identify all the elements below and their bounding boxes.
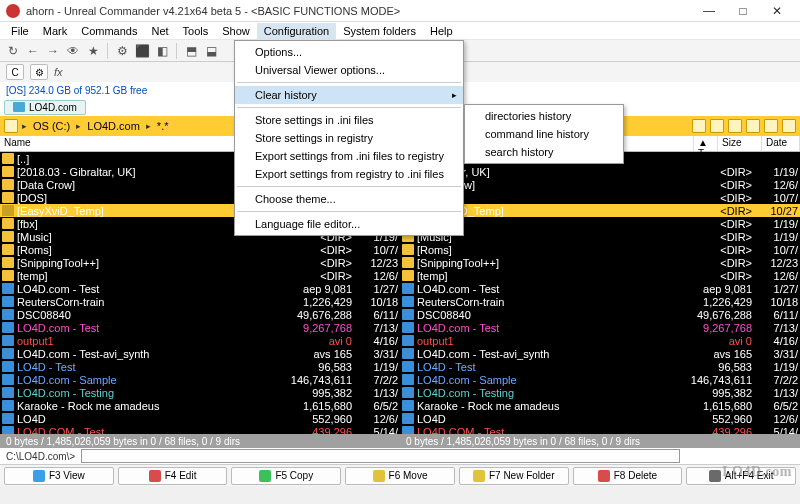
menu-item[interactable]: Choose theme... <box>235 190 463 208</box>
file-row[interactable]: LO4D552,96012/6/ <box>0 412 400 425</box>
file-row[interactable]: [temp]<DIR>12/6/ <box>400 269 800 282</box>
path-tool-icon[interactable] <box>710 119 724 133</box>
wheel-icon[interactable]: ⚙ <box>30 64 48 80</box>
fkey-button[interactable]: F5 Copy <box>231 467 341 485</box>
fkey-label: F3 View <box>49 470 85 481</box>
file-icon <box>2 400 14 411</box>
eye-icon[interactable]: 👁 <box>64 42 82 60</box>
path-tool-icon[interactable] <box>782 119 796 133</box>
minimize-button[interactable]: — <box>692 1 726 21</box>
file-row[interactable]: LO4D - Test96,5831/19/ <box>400 360 800 373</box>
fkey-icon <box>473 470 485 482</box>
menu-item[interactable]: command line history <box>465 125 623 143</box>
tool-icon[interactable]: ⬒ <box>182 42 200 60</box>
menu-system-folders[interactable]: System folders <box>336 23 423 39</box>
star-icon[interactable]: ★ <box>84 42 102 60</box>
path-tool-icon[interactable] <box>764 119 778 133</box>
menu-item[interactable]: Export settings from .ini files to regis… <box>235 147 463 165</box>
tool-icon[interactable]: ⬓ <box>202 42 220 60</box>
menu-configuration[interactable]: Configuration <box>257 23 336 39</box>
file-row[interactable]: LO4D.com - Sample146,743,6117/2/2 <box>400 373 800 386</box>
menu-item[interactable]: Clear history▸ <box>235 86 463 104</box>
fkey-label: F4 Edit <box>165 470 197 481</box>
menu-net[interactable]: Net <box>144 23 175 39</box>
menu-item[interactable]: Universal Viewer options... <box>235 61 463 79</box>
file-date: 7/13/ <box>756 322 800 334</box>
file-row[interactable]: LO4D.com - Test9,267,7687/13/ <box>400 321 800 334</box>
fkey-button[interactable]: F7 New Folder <box>459 467 569 485</box>
menu-item[interactable]: Language file editor... <box>235 215 463 233</box>
watermark: LO4D.com <box>722 464 792 480</box>
tool-icon[interactable]: ◧ <box>153 42 171 60</box>
file-row[interactable]: LO4D.COM - Test439,2965/14/ <box>400 425 800 434</box>
col-sort-indicator[interactable]: ▲ T.. <box>694 136 718 151</box>
panel-tab[interactable]: LO4D.com <box>4 100 86 115</box>
file-row[interactable]: LO4D.COM - Test439,2965/14/ <box>0 425 400 434</box>
file-row[interactable]: LO4D.com - Test-avi_synthavs 1653/31/ <box>0 347 400 360</box>
fkey-button[interactable]: F4 Edit <box>118 467 228 485</box>
refresh-icon[interactable]: ↻ <box>4 42 22 60</box>
menu-item[interactable]: directories history <box>465 107 623 125</box>
maximize-button[interactable]: □ <box>726 1 760 21</box>
menu-item[interactable]: Store settings in registry <box>235 129 463 147</box>
menu-item[interactable]: Store settings in .ini files <box>235 111 463 129</box>
forward-icon[interactable]: → <box>44 42 62 60</box>
file-row[interactable]: DSC0884049,676,2886/11/ <box>0 308 400 321</box>
file-row[interactable]: output1avi 04/16/ <box>0 334 400 347</box>
folder-icon <box>402 270 414 281</box>
configuration-menu[interactable]: Options...Universal Viewer options...Cle… <box>234 40 464 236</box>
path-tool-icon[interactable] <box>728 119 742 133</box>
file-row[interactable]: LO4D.com - Testaep 9,0811/27/ <box>400 282 800 295</box>
file-date: 1/27/ <box>356 283 400 295</box>
file-row[interactable]: ReutersCorn-train1,226,42910/18 <box>400 295 800 308</box>
fkey-icon <box>598 470 610 482</box>
file-row[interactable]: [Roms]<DIR>10/7/ <box>0 243 400 256</box>
file-row[interactable]: ReutersCorn-train1,226,42910/18 <box>0 295 400 308</box>
tool-icon[interactable]: ⚙ <box>113 42 131 60</box>
tool-icon[interactable]: ⬛ <box>133 42 151 60</box>
menu-tools[interactable]: Tools <box>176 23 216 39</box>
file-row[interactable]: Karaoke - Rock me amadeus1,615,6806/5/2 <box>400 399 800 412</box>
fkey-button[interactable]: F6 Move <box>345 467 455 485</box>
file-row[interactable]: LO4D552,96012/6/ <box>400 412 800 425</box>
close-button[interactable]: ✕ <box>760 1 794 21</box>
file-row[interactable]: [SnippingTool++]<DIR>12/23 <box>400 256 800 269</box>
file-row[interactable]: LO4D.com - Test9,267,7687/13/ <box>0 321 400 334</box>
file-row[interactable]: LO4D.com - Test-avi_synthavs 1653/31/ <box>400 347 800 360</box>
path-folder[interactable]: LO4D.com <box>85 120 142 132</box>
fkey-icon <box>33 470 45 482</box>
clear-history-submenu[interactable]: directories historycommand line historys… <box>464 104 624 164</box>
col-date[interactable]: Date <box>762 136 800 151</box>
file-row[interactable]: [SnippingTool++]<DIR>12/23 <box>0 256 400 269</box>
file-date: 7/13/ <box>356 322 400 334</box>
file-row[interactable]: LO4D.com - Testaep 9,0811/27/ <box>0 282 400 295</box>
path-tool-icon[interactable] <box>692 119 706 133</box>
menu-show[interactable]: Show <box>215 23 257 39</box>
file-size: 146,743,611 <box>678 374 756 386</box>
file-row[interactable]: LO4D - Test96,5831/19/ <box>0 360 400 373</box>
fkey-label: F7 New Folder <box>489 470 555 481</box>
menu-item[interactable]: search history <box>465 143 623 161</box>
menu-file[interactable]: File <box>4 23 36 39</box>
file-row[interactable]: LO4D.com - Sample146,743,6117/2/2 <box>0 373 400 386</box>
fkey-button[interactable]: F3 View <box>4 467 114 485</box>
menu-help[interactable]: Help <box>423 23 460 39</box>
menu-commands[interactable]: Commands <box>74 23 144 39</box>
fkey-button[interactable]: F8 Delete <box>573 467 683 485</box>
path-tool-icon[interactable] <box>746 119 760 133</box>
file-row[interactable]: DSC0884049,676,2886/11/ <box>400 308 800 321</box>
file-row[interactable]: output1avi 04/16/ <box>400 334 800 347</box>
command-input[interactable] <box>81 449 680 463</box>
file-row[interactable]: LO4D.com - Testing995,3821/13/ <box>400 386 800 399</box>
menu-item[interactable]: Options... <box>235 43 463 61</box>
menu-item[interactable]: Export settings from registry to .ini fi… <box>235 165 463 183</box>
path-drive[interactable]: OS (C:) <box>31 120 72 132</box>
menu-mark[interactable]: Mark <box>36 23 74 39</box>
file-row[interactable]: [Roms]<DIR>10/7/ <box>400 243 800 256</box>
drive-c-button[interactable]: C <box>6 64 24 80</box>
file-row[interactable]: [temp]<DIR>12/6/ <box>0 269 400 282</box>
file-row[interactable]: Karaoke - Rock me amadeus1,615,6806/5/2 <box>0 399 400 412</box>
back-icon[interactable]: ← <box>24 42 42 60</box>
file-row[interactable]: LO4D.com - Testing995,3821/13/ <box>0 386 400 399</box>
col-size[interactable]: Size <box>718 136 762 151</box>
